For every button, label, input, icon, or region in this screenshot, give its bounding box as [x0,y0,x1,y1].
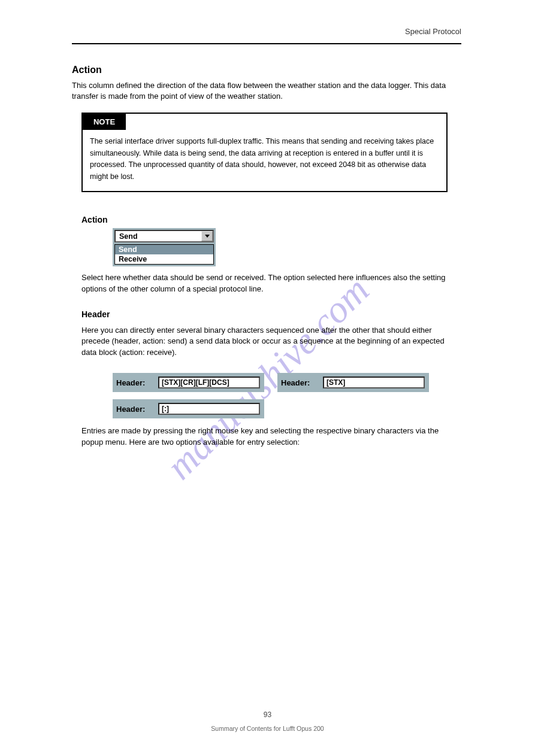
header-widget-label: Header: [116,378,158,387]
note-callout: NOTE The serial interface driver support… [81,113,448,192]
dropdown-button[interactable] [201,231,213,241]
action-select-closed[interactable]: Send [114,230,214,242]
chevron-down-icon [205,235,210,238]
header-example-1: Header: [STX][CR][LF][DCS] [113,373,264,392]
header-example-3: Header: [:] [113,399,264,418]
section-title-action: Action [72,65,461,75]
header-input-2[interactable]: [STX] [323,377,425,388]
header-para-2: Entries are made by pressing the right m… [81,426,461,448]
header-input-3[interactable]: [:] [158,403,260,415]
page-header-category: Special Protocol [72,27,461,36]
page-content: Special Protocol Action This column defi… [72,27,461,463]
action-option-send[interactable]: Send [115,245,213,254]
header-widget-label: Header: [116,405,158,414]
action-select-value: Send [116,231,201,241]
header-widget-label: Header: [281,378,323,387]
action-option-receive[interactable]: Receive [115,254,213,264]
action-description: Select here whether data should be send … [81,272,461,295]
page-number: 93 [0,711,535,719]
action-field-label: Action [81,215,461,224]
header-input-1[interactable]: [STX][CR][LF][DCS] [158,377,260,388]
header-rule [72,43,461,44]
intro-paragraph: This column defined the direction of the… [72,80,461,102]
page-footer-line: Summary of Contents for Lufft Opus 200 [0,725,535,732]
note-label: NOTE [83,114,126,130]
action-select-list[interactable]: Send Receive [114,244,214,265]
header-example-2: Header: [STX] [277,373,429,392]
note-body: The serial interface driver supports ful… [83,130,446,191]
action-dropdown[interactable]: Send Send Receive [113,228,216,266]
header-para-1: Here you can directly enter several bina… [81,325,461,359]
header-field-label: Header [81,309,461,319]
